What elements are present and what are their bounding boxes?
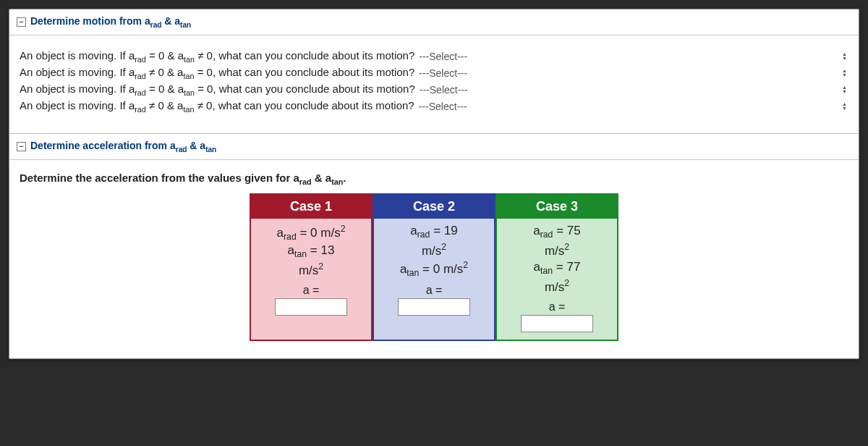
atan-line: atan = 13	[258, 243, 364, 261]
case-body: arad = 75 m/s2 atan = 77 m/s2	[497, 219, 617, 299]
collapse-icon[interactable]: −	[17, 17, 26, 27]
case-2: Case 2 arad = 19 m/s2 atan = 0 m/s2 a =	[373, 193, 495, 341]
atan-unit: m/s2	[504, 277, 610, 296]
arad-line: arad = 75	[504, 223, 610, 241]
question-text: An object is moving. If arad = 0 & atan …	[20, 49, 414, 64]
section2-body: Determine the acceleration from the valu…	[9, 160, 859, 358]
section1-body: An object is moving. If arad = 0 & atan …	[9, 35, 859, 133]
case-title: Case 3	[497, 195, 617, 219]
arad-unit: m/s2	[504, 241, 610, 260]
question-row: An object is moving. If arad ≠ 0 & atan …	[20, 99, 848, 114]
collapse-icon[interactable]: −	[17, 142, 26, 151]
answer-select[interactable]: ---Select--- ▲▼	[419, 67, 848, 79]
case-title: Case 2	[374, 195, 494, 219]
a-equals-label: a =	[251, 284, 371, 297]
question-row: An object is moving. If arad = 0 & atan …	[20, 49, 848, 64]
section2-header: − Determine acceleration from arad & ata…	[9, 134, 859, 160]
case-3: Case 3 arad = 75 m/s2 atan = 77 m/s2 a	[495, 193, 618, 341]
answer-input-case3[interactable]	[521, 315, 593, 332]
chevron-updown-icon: ▲▼	[842, 52, 847, 61]
section2-prompt: Determine the acceleration from the valu…	[20, 172, 848, 186]
question-text: An object is moving. If arad ≠ 0 & atan …	[20, 66, 414, 80]
unit-line: m/s2	[258, 261, 364, 279]
case-body: arad = 19 m/s2 atan = 0 m/s2	[374, 219, 494, 282]
case-title: Case 1	[251, 195, 371, 219]
atan-line: atan = 0 m/s2	[381, 259, 487, 279]
question-text: An object is moving. If arad = 0 & atan …	[20, 83, 415, 97]
question-row: An object is moving. If arad = 0 & atan …	[20, 83, 848, 97]
chevron-updown-icon: ▲▼	[842, 69, 847, 77]
answer-input-case2[interactable]	[398, 298, 470, 316]
chevron-updown-icon: ▲▼	[842, 102, 847, 111]
section1-header: − Determine motion from arad & atan	[9, 9, 859, 35]
arad-line: arad = 19	[381, 223, 487, 241]
a-equals-label: a =	[374, 284, 494, 297]
answer-select[interactable]: ---Select--- ▲▼	[419, 51, 848, 62]
answer-select[interactable]: ---Select--- ▲▼	[419, 101, 848, 112]
answer-input-case1[interactable]	[275, 298, 347, 316]
atan-line: atan = 77	[504, 259, 610, 277]
case-1: Case 1 arad = 0 m/s2 atan = 13 m/s2 a =	[250, 193, 373, 341]
arad-unit: m/s2	[381, 241, 487, 260]
answer-select[interactable]: ---Select--- ▲▼	[420, 84, 848, 96]
question-row: An object is moving. If arad ≠ 0 & atan …	[20, 66, 848, 80]
arad-line: arad = 0 m/s2	[258, 223, 364, 243]
chevron-updown-icon: ▲▼	[842, 85, 847, 94]
page-container: − Determine motion from arad & atan An o…	[9, 9, 859, 359]
cases-container: Case 1 arad = 0 m/s2 atan = 13 m/s2 a =	[20, 193, 848, 341]
section2-title: Determine acceleration from arad & atan	[30, 140, 216, 153]
question-text: An object is moving. If arad ≠ 0 & atan …	[20, 99, 414, 114]
case-body: arad = 0 m/s2 atan = 13 m/s2	[251, 219, 371, 282]
section1-title: Determine motion from arad & atan	[30, 15, 191, 29]
a-equals-label: a =	[497, 300, 617, 314]
